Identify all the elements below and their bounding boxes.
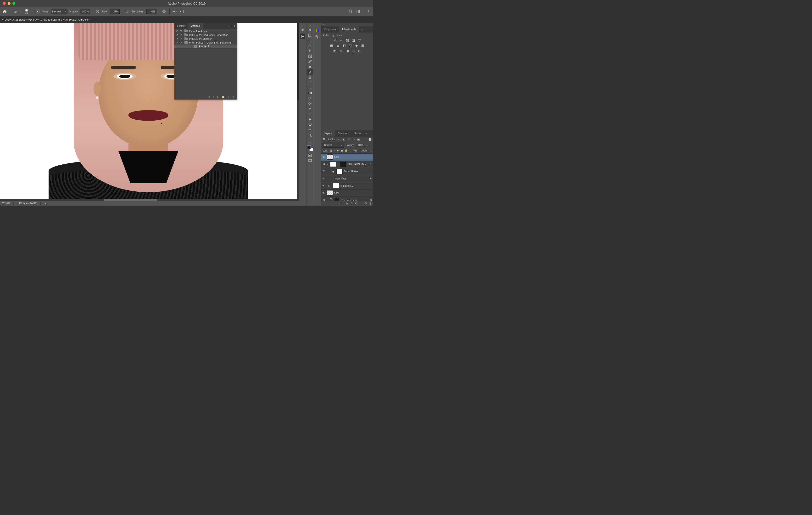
adjustment-layer-button[interactable]: ◐	[355, 202, 357, 205]
marquee-tool[interactable]	[307, 33, 313, 38]
invert-icon[interactable]: ◩	[332, 49, 337, 53]
layer-visibility-toggle[interactable]: 👁	[322, 184, 326, 188]
filter-shape-icon[interactable]: ▱	[352, 138, 355, 141]
layer-row[interactable]: 👁◉Smart Filters	[321, 168, 373, 175]
layer-opacity-input[interactable]: 100%	[356, 143, 365, 147]
layers-tab[interactable]: Layers	[321, 131, 335, 137]
brightness-contrast-icon[interactable]: ☀	[332, 38, 337, 42]
search-icon[interactable]	[348, 9, 354, 15]
action-dialog-toggle[interactable]	[180, 33, 180, 36]
color-swatches[interactable]	[307, 145, 313, 151]
filter-toggle[interactable]: ⬤	[368, 138, 372, 141]
layer-name[interactable]: PHLEARN Sharpen +1	[347, 163, 369, 166]
layer-blend-mode-select[interactable]: Normal	[322, 143, 344, 148]
type-tool[interactable]: T	[307, 112, 313, 117]
panel-collapse-button[interactable]: ››	[228, 23, 232, 29]
pressure-opacity-toggle[interactable]	[95, 9, 100, 15]
action-check[interactable]: ✓	[175, 30, 179, 33]
layer-effects-badge[interactable]: ▣	[370, 199, 372, 201]
smoothing-input[interactable]: 0%	[146, 9, 156, 14]
lock-all-icon[interactable]: 🔒	[345, 149, 348, 152]
gradient-map-icon[interactable]: ▥	[351, 49, 355, 53]
home-button[interactable]	[2, 9, 8, 15]
layer-visibility-toggle[interactable]: 👁	[322, 198, 326, 201]
collapse-strip-button[interactable]: ‹‹	[317, 24, 318, 26]
play-collapsed-icon[interactable]: ▶	[300, 33, 305, 39]
eraser-tool[interactable]	[307, 85, 313, 90]
dodge-tool[interactable]	[307, 101, 313, 106]
action-caret[interactable]: ⌄	[191, 45, 193, 48]
action-check[interactable]: ✓	[175, 37, 179, 40]
levels-icon[interactable]: ⍙	[339, 38, 343, 42]
lasso-tool[interactable]	[307, 38, 313, 43]
opacity-input[interactable]: 100%	[80, 9, 90, 14]
mask-link-icon[interactable]: ⊂	[331, 199, 334, 201]
layer-fill-input[interactable]: 100%	[359, 149, 369, 153]
maximize-window-button[interactable]	[12, 2, 15, 5]
crop-tool[interactable]	[307, 48, 313, 54]
layer-mask-thumbnail[interactable]	[335, 198, 339, 201]
action-row[interactable]: ✓›Default Actions	[174, 29, 237, 33]
shape-tool[interactable]	[307, 122, 313, 127]
panel-menu-button[interactable]: ≡	[232, 23, 237, 29]
layer-expand-caret[interactable]: ⌄	[327, 163, 329, 165]
layer-thumbnail[interactable]	[327, 154, 333, 160]
layer-row[interactable]: 👁High Pass⚙	[321, 175, 373, 182]
move-tool[interactable]: ✥	[307, 27, 313, 33]
close-tab-button[interactable]: ×	[2, 18, 3, 21]
canvas[interactable]	[0, 23, 297, 201]
layer-filter-select[interactable]: Kind	[327, 138, 337, 141]
efficiency-status[interactable]: Efficiency: 100%*	[19, 202, 41, 205]
threshold-icon[interactable]: ◨	[345, 49, 349, 53]
action-row[interactable]: ⌄Purple11	[174, 45, 237, 48]
minimize-window-button[interactable]	[8, 2, 10, 5]
hand-tool[interactable]	[307, 127, 313, 133]
layer-name[interactable]: heal	[334, 192, 372, 194]
mask-link-icon[interactable]: ⊂	[340, 184, 342, 187]
document-tab[interactable]: 2019-04-13-ashley-with-sony-a7r-iii3138.…	[5, 18, 89, 21]
zoom-level[interactable]: 37.39%	[2, 202, 13, 205]
color-panel-icon[interactable]	[315, 28, 320, 33]
quick-mask-toggle[interactable]	[307, 153, 313, 158]
layer-thumbnail[interactable]	[330, 162, 337, 167]
flow-input[interactable]: 37%	[110, 9, 120, 14]
posterize-icon[interactable]: ▤	[339, 49, 343, 53]
actions-tab[interactable]: Actions	[188, 23, 203, 29]
lock-artboard-icon[interactable]: ▣	[341, 149, 343, 152]
selective-color-icon[interactable]: ◫	[357, 49, 362, 53]
layer-row[interactable]: 👁›⊂Skin Softening▣	[321, 197, 373, 201]
record-button[interactable]: ●	[213, 95, 214, 98]
filter-adjustment-icon[interactable]: ◐	[342, 138, 346, 141]
layer-row[interactable]: 👁heal	[321, 190, 373, 197]
filter-smart-icon[interactable]: ▣	[356, 138, 360, 141]
history-tab[interactable]: History	[174, 23, 188, 29]
dock-collapse-button[interactable]: ‹‹	[321, 23, 373, 26]
collapse-dock-button[interactable]: ‹‹	[301, 24, 304, 26]
brush-settings-toggle[interactable]	[35, 9, 40, 15]
lock-transparency-icon[interactable]: ▦	[330, 149, 332, 152]
action-dialog-toggle[interactable]	[180, 45, 183, 48]
clone-stamp-tool[interactable]	[307, 75, 313, 80]
layer-name[interactable]: Smart Filters	[344, 170, 372, 173]
layers-panel-menu[interactable]: ≡	[364, 131, 369, 137]
new-set-button[interactable]: 📁	[222, 95, 225, 98]
layer-thumbnail[interactable]	[337, 169, 343, 174]
filter-pixel-icon[interactable]: ▭	[337, 138, 341, 141]
bw-icon[interactable]: ◧	[342, 44, 346, 47]
color-lookup-icon[interactable]: ⊞	[360, 44, 365, 47]
action-dialog-toggle[interactable]	[180, 37, 180, 40]
layer-name[interactable]: High Pass	[335, 177, 369, 180]
layer-visibility-toggle[interactable]: 👁	[322, 155, 326, 159]
screen-mode-button[interactable]	[307, 158, 313, 163]
swatches-panel-icon[interactable]	[315, 34, 320, 40]
edit-toolbar-button[interactable]: ⋯	[307, 139, 313, 145]
eyedropper-tool[interactable]	[307, 59, 313, 64]
layer-row[interactable]: 👁◐⊂Levels 1	[321, 182, 373, 190]
layer-style-button[interactable]: fx	[346, 202, 348, 205]
layer-name[interactable]: Levels 1	[343, 184, 372, 187]
zoom-tool[interactable]	[307, 133, 313, 138]
action-check[interactable]: ✓	[175, 33, 179, 37]
new-layer-button[interactable]: ⊕	[365, 202, 367, 205]
pen-tool[interactable]	[307, 106, 313, 112]
frame-tool[interactable]	[307, 54, 313, 59]
